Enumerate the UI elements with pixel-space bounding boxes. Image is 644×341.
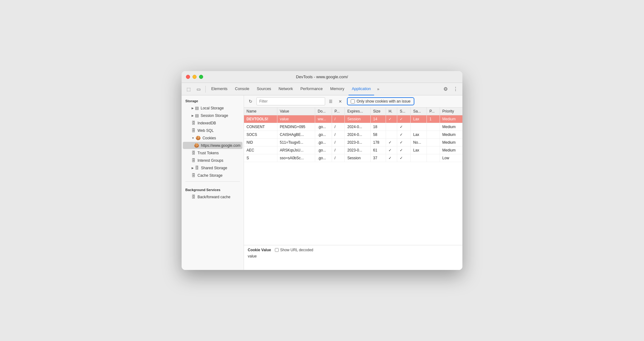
table-cell xyxy=(386,131,397,139)
storage-section-label: Storage xyxy=(182,95,244,104)
more-tabs-button[interactable]: » xyxy=(375,87,381,91)
sidebar-item-cookies[interactable]: ▼ 🍪 Cookies xyxy=(183,134,242,142)
sidebar-item-label: Local Storage xyxy=(201,106,224,110)
col-value[interactable]: Value xyxy=(277,108,315,115)
table-cell: .go... xyxy=(315,123,332,131)
sidebar-item-trust-tokens[interactable]: 🗄 Trust Tokens xyxy=(183,149,242,156)
table-cell: 14 xyxy=(370,115,386,123)
table-cell: NID xyxy=(244,139,277,146)
col-path[interactable]: P... xyxy=(332,108,345,115)
refresh-button[interactable]: ↻ xyxy=(246,97,255,105)
more-options-icon[interactable]: ⋮ xyxy=(451,85,460,94)
tab-elements[interactable]: Elements xyxy=(208,83,231,95)
table-cell: ✓ xyxy=(397,139,411,146)
show-url-decoded-checkbox[interactable] xyxy=(275,248,279,252)
table-cell: SOCS xyxy=(244,131,277,139)
table-cell: .go... xyxy=(315,139,332,146)
sidebar-item-local-storage[interactable]: ▶ ▤ Local Storage xyxy=(183,104,242,112)
sidebar-item-label: IndexedDB xyxy=(198,121,216,125)
tab-console[interactable]: Console xyxy=(232,83,252,95)
filter-input[interactable] xyxy=(256,97,325,105)
table-cell xyxy=(411,123,427,131)
table-row[interactable]: Ssso=sA0bSc....go.../Session37✓✓Low xyxy=(244,154,462,162)
table-cell: S xyxy=(244,154,277,162)
sidebar-item-web-sql[interactable]: 🗄 Web SQL xyxy=(183,127,242,134)
table-cell: Medium xyxy=(440,123,462,131)
table-cell: 511=Tsugv0... xyxy=(277,139,315,146)
table-cell: 178 xyxy=(370,139,386,146)
sidebar-item-interest-groups[interactable]: 🗄 Interest Groups xyxy=(183,157,242,164)
minimize-button[interactable] xyxy=(193,75,197,79)
tab-memory[interactable]: Memory xyxy=(327,83,347,95)
sidebar-item-session-storage[interactable]: ▶ ▤ Session Storage xyxy=(183,112,242,119)
sidebar-item-shared-storage[interactable]: ▶ 🗄 Shared Storage xyxy=(183,164,242,171)
table-cell: sso=sA0bSc... xyxy=(277,154,315,162)
table-cell: 2023-0... xyxy=(345,146,371,154)
table-row[interactable]: SOCSCAISHAgBE....go.../2024-0...58✓LaxMe… xyxy=(244,131,462,139)
table-cell xyxy=(427,139,440,146)
only-issue-checkbox-input[interactable] xyxy=(351,99,355,103)
table-row[interactable]: NID511=Tsugv0....go.../2023-0...178✓✓No.… xyxy=(244,139,462,146)
table-cell: Medium xyxy=(440,131,462,139)
sidebar-item-indexeddb[interactable]: 🗄 IndexedDB xyxy=(183,119,242,127)
tab-sources[interactable]: Sources xyxy=(254,83,274,95)
db-icon: 🗄 xyxy=(192,128,196,133)
settings-icon[interactable]: ⚙ xyxy=(441,85,450,94)
device-toggle-button[interactable]: ▭ xyxy=(194,85,203,94)
col-name[interactable]: Name xyxy=(244,108,277,115)
db-icon: 🗄 xyxy=(195,166,199,170)
table-row[interactable]: AECARSKqsJsU....go.../2023-0...61✓✓LaxMe… xyxy=(244,146,462,154)
col-size[interactable]: Size xyxy=(370,108,386,115)
close-button[interactable] xyxy=(186,75,190,79)
sidebar-item-label: Web SQL xyxy=(198,128,214,133)
table-cell xyxy=(427,146,440,154)
inspect-element-button[interactable]: ⬚ xyxy=(184,85,193,94)
db-icon: 🗄 xyxy=(192,173,196,178)
table-cell: AEC xyxy=(244,146,277,154)
table-cell: Lax xyxy=(411,146,427,154)
sidebar-item-google-cookies[interactable]: 🍪 https://www.google.com xyxy=(183,142,242,149)
table-cell: No... xyxy=(411,139,427,146)
col-httponly[interactable]: H. xyxy=(386,108,397,115)
table-row[interactable]: DEVTOOLS!valueww.../Session14✓✓Lax1Mediu… xyxy=(244,115,462,123)
table-row[interactable]: CONSENTPENDING+095.go.../2024-0...18✓Med… xyxy=(244,123,462,131)
db-icon: 🗄 xyxy=(192,151,196,155)
only-issue-checkbox-label[interactable]: Only show cookies with an issue xyxy=(347,97,414,105)
storage-icon: ▤ xyxy=(195,106,199,110)
col-expires[interactable]: Expires... xyxy=(345,108,371,115)
col-priority-num[interactable]: P... xyxy=(427,108,440,115)
col-priority[interactable]: Priority xyxy=(440,108,462,115)
tab-application[interactable]: Application xyxy=(349,83,374,95)
tab-performance[interactable]: Performance xyxy=(297,83,326,95)
col-domain[interactable]: Do... xyxy=(315,108,332,115)
clear-filter-icon[interactable]: ✕ xyxy=(336,98,344,105)
cookie-icon: 🍪 xyxy=(194,143,199,148)
col-secure[interactable]: S... xyxy=(397,108,411,115)
bottom-panel: Cookie Value Show URL decoded value xyxy=(244,245,462,270)
sidebar-item-label: Cookies xyxy=(202,136,216,140)
table-cell: .go... xyxy=(315,131,332,139)
table-cell: ARSKqsJsU... xyxy=(277,146,315,154)
table-cell: / xyxy=(332,115,345,123)
table-cell: ✓ xyxy=(386,154,397,162)
arrow-icon: ▶ xyxy=(192,114,194,117)
table-cell: CAISHAgBE... xyxy=(277,131,315,139)
filter-options-icon[interactable]: ☰ xyxy=(327,98,334,105)
maximize-button[interactable] xyxy=(199,75,203,79)
col-samesite[interactable]: Sa... xyxy=(411,108,427,115)
table-cell: PENDING+095 xyxy=(277,123,315,131)
sidebar-item-label: Interest Groups xyxy=(198,158,223,163)
tab-network[interactable]: Network xyxy=(276,83,296,95)
table-cell xyxy=(386,123,397,131)
table-cell: / xyxy=(332,154,345,162)
sidebar-item-label: https://www.google.com xyxy=(201,143,241,148)
table-cell xyxy=(427,131,440,139)
cookie-toolbar: ↻ ☰ ✕ Only show cookies with an issue xyxy=(244,95,462,108)
table-cell: / xyxy=(332,131,345,139)
sidebar-item-back-forward-cache[interactable]: 🗄 Back/forward cache xyxy=(183,193,242,200)
window-title: DevTools - www.google.com/ xyxy=(296,74,348,79)
table-cell: 1 xyxy=(427,115,440,123)
show-url-decoded-label[interactable]: Show URL decoded xyxy=(275,248,313,252)
sidebar-item-cache-storage[interactable]: 🗄 Cache Storage xyxy=(183,172,242,179)
content-panel: ↻ ☰ ✕ Only show cookies with an issue Na… xyxy=(244,95,462,270)
